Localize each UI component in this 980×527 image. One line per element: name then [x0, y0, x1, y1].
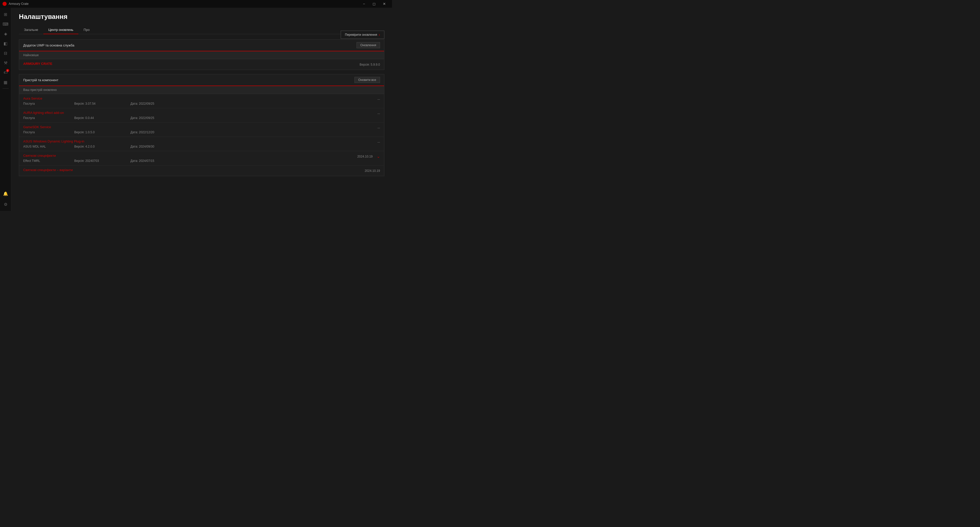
- holiday-variants-name: Святкові спецефекти – варіанти: [23, 168, 73, 172]
- holiday-effects-badge: 2024.10.19: [357, 155, 372, 158]
- uwp-status-bar: Найновіше: [19, 51, 384, 59]
- sidebar-icon-aura[interactable]: ◈: [1, 29, 10, 38]
- device-section-title: Пристрій та компонент: [23, 78, 59, 82]
- titlebar: Armoury Crate − ◻ ✕: [0, 0, 392, 8]
- app-logo: [3, 2, 6, 6]
- aura-service-version: Версія: 3.07.54: [74, 102, 130, 105]
- holiday-effects-version: Версія: 20240703: [74, 159, 130, 162]
- restore-button[interactable]: ◻: [369, 0, 379, 8]
- holiday-effects-type: Effect TMRL: [23, 159, 74, 162]
- aura-lighting-name: AURA lighting effect add-on: [23, 111, 64, 115]
- wdl-type: ASUS WDL HAL: [23, 145, 74, 148]
- wdl-version: Версія: 4.2.0.0: [74, 145, 130, 148]
- badge-count: 1: [6, 69, 9, 72]
- sidebar-icon-camera[interactable]: ◧: [1, 39, 10, 48]
- uwp-item-armoury-crate: ARMOURY CRATE Версія: 5.9.9.0: [19, 59, 384, 70]
- titlebar-controls: − ◻ ✕: [359, 0, 390, 8]
- app-title: Armoury Crate: [9, 2, 29, 6]
- device-update-all-button[interactable]: Оновити все: [355, 77, 380, 83]
- sidebar-icon-monitor[interactable]: ▦: [1, 78, 10, 87]
- aura-service-details: Послуга Версія: 3.07.54 Дата: 2022/09/25: [23, 102, 380, 105]
- tabs: Загальне Центр оновлень Про: [19, 26, 384, 34]
- sidebar: ⊞ ⌨ ◈ ◧ ⊟ ⚒ 🏷 1 ▦ 🔔 ⚙: [0, 8, 11, 211]
- minimize-button[interactable]: −: [359, 0, 369, 8]
- sidebar-icon-sliders[interactable]: ⊟: [1, 48, 10, 58]
- holiday-effects-details: Effect TMRL Версія: 20240703 Дата: 2024/…: [23, 159, 380, 162]
- check-updates-label: Перевірити оновлення: [345, 33, 377, 37]
- gamesdk-date: Дата: 2022/12/20: [130, 131, 186, 134]
- tab-general[interactable]: Загальне: [19, 26, 43, 34]
- aura-lighting-status: –: [377, 111, 380, 116]
- device-item-aura-service: Aura Service – Послуга Версія: 3.07.54 Д…: [19, 94, 384, 108]
- content-area: Налаштування Загальне Центр оновлень Про…: [11, 8, 392, 211]
- device-item-wdl: ASUS Windows Dynamic Lighting Plug-in – …: [19, 137, 384, 151]
- aura-lighting-type: Послуга: [23, 116, 74, 120]
- titlebar-left: Armoury Crate: [3, 2, 29, 6]
- device-section: Пристрій та компонент Оновити все Ваш пр…: [19, 74, 384, 176]
- holiday-effects-date: Дата: 2024/07/15: [130, 159, 186, 162]
- sidebar-icon-device[interactable]: ⌨: [1, 19, 10, 29]
- holiday-effects-name: Святкові спецефекти: [23, 154, 56, 158]
- aura-lighting-version: Версія: 0.0.44: [74, 116, 130, 120]
- gamesdk-version: Версія: 1.0.5.0: [74, 131, 130, 134]
- holiday-effects-actions: 2024.10.19 ⌄: [357, 154, 380, 159]
- uwp-update-button[interactable]: Оновлення: [356, 42, 380, 48]
- uwp-section: Додаток UWP та основна служба Оновлення …: [19, 39, 384, 70]
- aura-service-date: Дата: 2022/09/25: [130, 102, 186, 105]
- sidebar-icon-tag[interactable]: 🏷 1: [1, 68, 10, 77]
- gamesdk-name: GameSDK Service: [23, 125, 51, 129]
- page-title: Налаштування: [19, 13, 384, 21]
- sidebar-icon-tools[interactable]: ⚒: [1, 58, 10, 67]
- gamesdk-status: –: [377, 125, 380, 131]
- sidebar-icon-home[interactable]: ⊞: [1, 10, 10, 19]
- uwp-item-name: ARMOURY CRATE: [23, 62, 52, 65]
- aura-lighting-details: Послуга Версія: 0.0.44 Дата: 2022/09/25: [23, 116, 380, 120]
- aura-service-type: Послуга: [23, 102, 74, 105]
- close-button[interactable]: ✕: [379, 0, 390, 8]
- aura-service-name: Aura Service: [23, 97, 42, 100]
- holiday-variants-actions: 2024.10.19: [365, 169, 380, 173]
- tab-update-center[interactable]: Центр оновлень: [43, 26, 79, 34]
- device-item-holiday-effects: Святкові спецефекти 2024.10.19 ⌄ Effect …: [19, 151, 384, 166]
- uwp-status-label: Найновіше: [23, 53, 39, 57]
- wdl-details: ASUS WDL HAL Версія: 4.2.0.0 Дата: 2024/…: [23, 145, 380, 148]
- holiday-variants-badge: 2024.10.19: [365, 169, 380, 173]
- sidebar-icon-settings[interactable]: ⚙: [1, 200, 10, 209]
- wdl-status: –: [377, 139, 380, 145]
- sidebar-icon-bell[interactable]: 🔔: [1, 189, 10, 198]
- device-item-list: Aura Service – Послуга Версія: 3.07.54 Д…: [19, 94, 384, 176]
- sidebar-divider: [3, 88, 9, 89]
- tab-about[interactable]: Про: [78, 26, 95, 34]
- check-updates-arrow-icon: ›: [379, 32, 380, 37]
- wdl-date: Дата: 2024/09/30: [130, 145, 186, 148]
- check-updates-button[interactable]: Перевірити оновлення ›: [341, 31, 384, 39]
- uwp-item-version: Версія: 5.9.9.0: [360, 63, 380, 66]
- app-layout: ⊞ ⌨ ◈ ◧ ⊟ ⚒ 🏷 1 ▦ 🔔 ⚙ Налаштування Загал…: [0, 8, 392, 211]
- gamesdk-details: Послуга Версія: 1.0.5.0 Дата: 2022/12/20: [23, 131, 380, 134]
- device-status-label: Ваш пристрій оновлено: [23, 88, 57, 92]
- device-item-aura-lighting: AURA lighting effect add-on – Послуга Ве…: [19, 108, 384, 123]
- holiday-effects-chevron-icon[interactable]: ⌄: [377, 154, 380, 159]
- uwp-section-title: Додаток UWP та основна служба: [23, 43, 74, 47]
- device-item-gamesdk: GameSDK Service – Послуга Версія: 1.0.5.…: [19, 123, 384, 137]
- aura-service-status: –: [377, 97, 380, 102]
- header-actions: Перевірити оновлення ›: [341, 31, 384, 39]
- uwp-section-header: Додаток UWP та основна служба Оновлення: [19, 40, 384, 51]
- device-item-holiday-variants: Святкові спецефекти – варіанти 2024.10.1…: [19, 166, 384, 176]
- device-status-bar: Ваш пристрій оновлено: [19, 86, 384, 94]
- aura-lighting-date: Дата: 2022/09/25: [130, 116, 186, 120]
- wdl-name: ASUS Windows Dynamic Lighting Plug-in: [23, 139, 84, 143]
- device-section-header: Пристрій та компонент Оновити все: [19, 74, 384, 86]
- gamesdk-type: Послуга: [23, 131, 74, 134]
